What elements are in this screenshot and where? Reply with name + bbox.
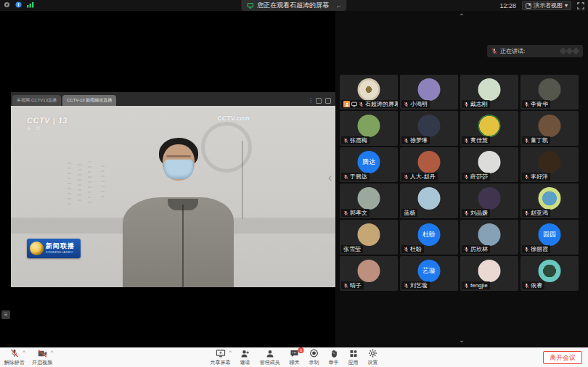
participant-tile[interactable]: 黄佳慧 bbox=[460, 111, 518, 146]
participant-tile[interactable]: 薛莎莎 bbox=[460, 147, 518, 182]
participant-tile[interactable]: 张雪莹 bbox=[340, 220, 398, 255]
avatar bbox=[478, 260, 501, 282]
participant-name: 戴志刚 bbox=[470, 101, 488, 107]
browser-tab[interactable]: 央视网·CCTV13直播 bbox=[12, 95, 61, 106]
layout-icon bbox=[526, 3, 531, 9]
share-screen-button[interactable]: ^ 共享屏幕 bbox=[211, 350, 231, 366]
participant-tile[interactable]: 杜盼 杜盼 bbox=[400, 220, 458, 255]
members-button[interactable]: 管理成员 bbox=[260, 350, 280, 366]
record-button[interactable]: 录制 bbox=[309, 350, 319, 366]
participant-label: 张霞梅 bbox=[341, 136, 369, 144]
participant-tile[interactable]: 李青华 bbox=[520, 75, 579, 110]
share-sidebar-menu-icon[interactable]: ≡ bbox=[1, 310, 10, 319]
screen-share-banner[interactable]: 您正在观看石超涛的屏幕 ⌐ bbox=[241, 0, 346, 11]
settings-button[interactable]: 设置 bbox=[368, 350, 378, 366]
participant-tile[interactable]: 赵亚鸿 bbox=[520, 184, 579, 218]
mic-muted-button[interactable]: ^ 解除静音 bbox=[4, 350, 25, 366]
participant-tile[interactable]: fengjie bbox=[460, 256, 518, 291]
news-anchor-person bbox=[118, 138, 238, 287]
meeting-app-window: 您正在观看石超涛的屏幕 ⌐ 12:28 演示者视图 ▾ 央视网·CCTV13直播… bbox=[0, 0, 588, 367]
participant-tile[interactable]: 戴志刚 bbox=[460, 75, 518, 110]
participant-tile[interactable]: 董丁凯 bbox=[520, 111, 579, 146]
avatar bbox=[478, 223, 501, 246]
avatar-initials: 腾达 bbox=[362, 157, 375, 167]
participant-label: 郭孝文 bbox=[341, 209, 369, 217]
participant-tile[interactable]: 郭孝文 bbox=[340, 184, 398, 218]
info-icon[interactable] bbox=[15, 1, 22, 8]
avatar-initials: 艺璇 bbox=[422, 266, 436, 276]
browser-more-icon[interactable]: ⋮ bbox=[308, 99, 312, 103]
mic-muted-icon bbox=[464, 102, 469, 107]
mic-muted-icon bbox=[464, 247, 469, 252]
speaking-indicator: 正在讲话: bbox=[487, 45, 583, 57]
participant-label: 晴子 bbox=[341, 281, 364, 289]
shield-icon[interactable] bbox=[4, 1, 10, 8]
banner-collapse-icon[interactable]: ⌐ bbox=[337, 2, 340, 9]
participant-label: 小鸿明 bbox=[401, 100, 430, 108]
participant-name: 张雪莹 bbox=[343, 246, 361, 252]
participant-tile[interactable]: 小鸿明 bbox=[400, 75, 458, 110]
chevron-down-icon[interactable]: ⌄ bbox=[459, 336, 465, 344]
participant-name: 晴子 bbox=[350, 282, 362, 289]
participant-tile[interactable]: 园园 徐丽霞 bbox=[520, 220, 579, 255]
avatar bbox=[539, 260, 561, 282]
apps-icon bbox=[349, 347, 357, 360]
meeting-toolbar: ^ 解除静音 ^ 开启视频 ^ 共享屏幕 邀请 管理成员 3 聊天 录制 举手 … bbox=[0, 347, 588, 367]
participant-tile[interactable]: 艺璇 刘艺璇 bbox=[400, 256, 458, 291]
apps-button[interactable]: 应用 bbox=[348, 350, 359, 366]
participant-name: 李青华 bbox=[531, 101, 548, 107]
speaker-avatars-faded bbox=[560, 49, 579, 54]
avatar-initials: 园园 bbox=[543, 230, 556, 239]
participant-name: 小鸿明 bbox=[410, 101, 428, 107]
fullscreen-icon[interactable] bbox=[577, 2, 584, 9]
mic-muted-icon bbox=[524, 283, 529, 289]
mic-muted-icon bbox=[343, 138, 348, 144]
caret-icon[interactable]: ^ bbox=[229, 350, 232, 355]
collapse-panel-icon[interactable]: ‹ bbox=[328, 172, 332, 184]
participant-name: 厉欣林 bbox=[470, 246, 488, 252]
mic-muted-icon bbox=[524, 138, 529, 144]
invite-button[interactable]: 邀请 bbox=[240, 350, 250, 366]
mic-muted-icon bbox=[524, 210, 529, 216]
participant-tile[interactable]: 张霞梅 bbox=[340, 111, 398, 146]
view-mode-selector[interactable]: 演示者视图 ▾ bbox=[522, 1, 571, 10]
browser-window-icon[interactable] bbox=[316, 98, 322, 104]
participant-tile[interactable]: 晴子 bbox=[340, 256, 398, 291]
participant-label: 徐丽霞 bbox=[522, 245, 550, 253]
participant-name: 董丁凯 bbox=[531, 137, 548, 144]
browser-tab-active[interactable]: CCTV-13 新闻频道直播 bbox=[62, 95, 116, 106]
participant-tile[interactable]: 李好洋 bbox=[520, 147, 579, 182]
browser-close-icon[interactable] bbox=[325, 98, 331, 104]
camera-off-button[interactable]: ^ 开启视频 bbox=[32, 350, 52, 366]
raise-hand-button[interactable]: 举手 bbox=[329, 350, 339, 366]
participant-name: 赵亚鸿 bbox=[531, 210, 548, 216]
screen-share-tile[interactable]: 石超涛的屏幕共享 bbox=[340, 75, 398, 110]
participant-tile[interactable]: 刘晶媛 bbox=[460, 184, 518, 218]
chevron-up-icon[interactable]: ⌃ bbox=[459, 12, 465, 20]
clock-time: 12:28 bbox=[499, 2, 516, 9]
participant-tile[interactable]: 蓝杨 bbox=[400, 184, 458, 218]
participant-tile[interactable]: 徐梦琳 bbox=[400, 111, 458, 146]
participant-label: 薛莎莎 bbox=[462, 173, 490, 181]
mic-muted-icon bbox=[359, 102, 364, 107]
participant-label: 赵亚鸿 bbox=[522, 209, 550, 217]
mic-muted-icon bbox=[464, 210, 469, 216]
caret-icon[interactable]: ^ bbox=[51, 350, 54, 355]
avatar bbox=[539, 115, 561, 137]
participant-name: 张霞梅 bbox=[350, 137, 367, 144]
mic-muted-icon bbox=[464, 174, 469, 180]
leave-meeting-button[interactable]: 离开会议 bbox=[543, 351, 582, 364]
host-badge-icon bbox=[343, 101, 350, 107]
signal-icon[interactable] bbox=[27, 1, 34, 8]
participant-label: 杜盼 bbox=[401, 245, 424, 253]
chat-button[interactable]: 3 聊天 bbox=[290, 350, 300, 366]
avatar bbox=[358, 115, 380, 137]
participant-tile[interactable]: 依睿 bbox=[520, 256, 579, 291]
participant-tile[interactable]: 厉欣林 bbox=[460, 220, 518, 255]
participant-tile[interactable]: 人大-赵丹 bbox=[400, 147, 458, 182]
caret-icon[interactable]: ^ bbox=[23, 350, 25, 355]
avatar bbox=[539, 78, 561, 101]
avatar bbox=[358, 187, 380, 210]
mic-muted-icon bbox=[524, 247, 529, 252]
participant-tile[interactable]: 腾达 于腾达 bbox=[340, 147, 398, 182]
